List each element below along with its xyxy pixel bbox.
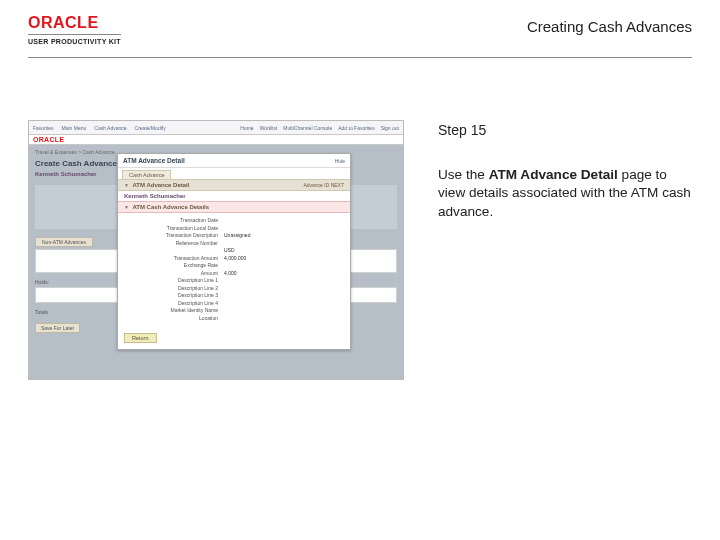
field-row: Amount4,000	[124, 270, 344, 276]
step-text: Use the ATM Advance Detail page to view …	[438, 166, 692, 221]
step-label: Step 15	[438, 122, 692, 138]
collapse-arrow-icon[interactable]: ▼	[124, 204, 129, 210]
field-label: Transaction Date	[124, 217, 224, 223]
field-label: Transaction Local Date	[124, 225, 224, 231]
app-brand-logo: ORACLE	[33, 136, 64, 143]
nav-item[interactable]: Main Menu	[62, 125, 87, 131]
modal-titlebar: ATM Advance Detail Hide	[118, 154, 350, 168]
field-label: Amount	[124, 270, 224, 276]
app-brand-bar: ORACLE	[29, 135, 403, 145]
field-row: Market Identity Name	[124, 307, 344, 313]
section-label: ATM Advance Detail	[132, 182, 189, 188]
save-for-later-button[interactable]: Save For Later	[35, 323, 80, 333]
field-row: Reference Number	[124, 240, 344, 246]
nav-link[interactable]: MultiChannel Console	[283, 125, 332, 131]
field-row: Description Line 1	[124, 277, 344, 283]
field-label: Description Line 1	[124, 277, 224, 283]
nav-link[interactable]: Home	[240, 125, 253, 131]
field-row: Description Line 2	[124, 285, 344, 291]
field-label: Description Line 2	[124, 285, 224, 291]
field-row: Location	[124, 315, 344, 321]
app-screenshot: Favorites Main Menu Cash Advance Create/…	[28, 120, 404, 380]
modal-hide-link[interactable]: Hide	[335, 158, 345, 164]
field-label: Transaction Amount	[124, 255, 224, 261]
collapse-arrow-icon[interactable]: ▼	[124, 182, 129, 188]
nav-link[interactable]: Add to Favorites	[338, 125, 374, 131]
modal-tab-cash-advance[interactable]: Cash Advance	[122, 170, 171, 179]
instruction-column: Step 15 Use the ATM Advance Detail page …	[438, 120, 692, 380]
field-label: Location	[124, 315, 224, 321]
modal-section-atm-cash-advance-details: ▼ ATM Cash Advance Details	[118, 201, 350, 213]
field-row: Transaction Amount4,000.000	[124, 255, 344, 261]
field-row: Exchange Rate	[124, 262, 344, 268]
nav-link[interactable]: Sign out	[381, 125, 399, 131]
field-row: Transaction Local Date	[124, 225, 344, 231]
nav-item[interactable]: Cash Advance	[94, 125, 126, 131]
app-topnav: Favorites Main Menu Cash Advance Create/…	[29, 121, 403, 135]
nav-item[interactable]: Create/Modify	[135, 125, 166, 131]
return-button[interactable]: Return	[124, 333, 157, 343]
modal-footer: Return	[118, 328, 350, 349]
modal-title: ATM Advance Detail	[123, 157, 185, 164]
field-row: USD	[124, 247, 344, 253]
field-value: 4,000	[224, 270, 237, 276]
nav-link[interactable]: Worklist	[260, 125, 278, 131]
field-row: Transaction DescriptionUnassigned	[124, 232, 344, 238]
field-row: Description Line 4	[124, 300, 344, 306]
bg-tab[interactable]: Non-ATM Advances	[35, 237, 93, 247]
step-text-prefix: Use the	[438, 167, 489, 182]
oracle-logo-subtitle: USER PRODUCTIVITY KIT	[28, 38, 121, 45]
modal-tabs: Cash Advance	[118, 168, 350, 179]
field-label: Exchange Rate	[124, 262, 224, 268]
atm-advance-detail-modal: ATM Advance Detail Hide Cash Advance ▼ A…	[117, 153, 351, 350]
field-row: Description Line 3	[124, 292, 344, 298]
field-label: Description Line 4	[124, 300, 224, 306]
field-value: 4,000.000	[224, 255, 246, 261]
modal-user: Kenneth Schumacher	[118, 191, 350, 201]
doc-header: ORACLE USER PRODUCTIVITY KIT Creating Ca…	[0, 0, 720, 51]
section-label: ATM Cash Advance Details	[132, 204, 209, 210]
content-row: Favorites Main Menu Cash Advance Create/…	[0, 58, 720, 380]
advance-id-label: Advance ID NEXT	[303, 182, 344, 188]
oracle-logo: ORACLE	[28, 14, 121, 35]
field-label: Reference Number	[124, 240, 224, 246]
modal-section-atm-advance-detail: ▼ ATM Advance Detail Advance ID NEXT	[118, 179, 350, 191]
field-label: Market Identity Name	[124, 307, 224, 313]
field-value: Unassigned	[224, 232, 250, 238]
field-label: Transaction Description	[124, 232, 224, 238]
nav-item[interactable]: Favorites	[33, 125, 54, 131]
doc-title: Creating Cash Advances	[527, 18, 692, 35]
field-label	[124, 247, 224, 253]
field-row: Transaction Date	[124, 217, 344, 223]
field-value: USD	[224, 247, 235, 253]
modal-body: Transaction Date Transaction Local Date …	[118, 213, 350, 328]
field-label: Description Line 3	[124, 292, 224, 298]
step-text-bold: ATM Advance Detail	[489, 167, 618, 182]
oracle-logo-block: ORACLE USER PRODUCTIVITY KIT	[28, 14, 121, 45]
